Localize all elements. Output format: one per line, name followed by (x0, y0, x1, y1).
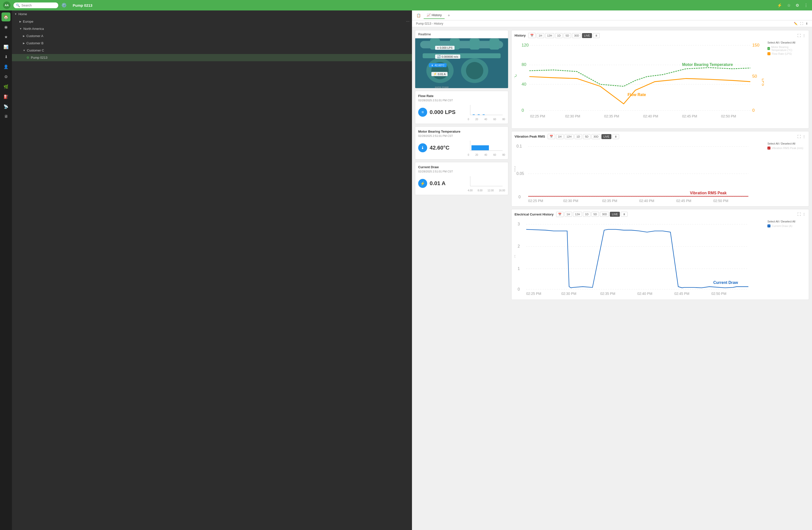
vibration-expand-icon[interactable]: ⛶ (797, 135, 801, 138)
history-tab-icon: 📈 (427, 13, 431, 17)
nav-analytics-icon[interactable]: 📊 (1, 42, 11, 51)
vibration-calendar-btn[interactable]: 📅 (548, 134, 555, 139)
vibration-1d-btn[interactable]: 1D (575, 134, 582, 139)
more-icon[interactable]: ⋮ (803, 2, 809, 9)
pump-icon: ⚙️ (61, 2, 67, 8)
nav-gear-icon[interactable]: ⚙ (1, 72, 11, 81)
history-select-all[interactable]: Select All / Deselect All (767, 41, 804, 44)
search-input[interactable] (21, 3, 56, 7)
vibration-chart-title: Vibration Peak RMS (514, 135, 545, 138)
electrical-1h-btn[interactable]: 1H (565, 212, 572, 217)
edit-icon[interactable]: ✏️ (794, 22, 798, 25)
lps-icon: ≡ (437, 46, 439, 49)
history-chart-actions: ⛶ ⋮ (797, 33, 806, 38)
vibration-chart-body: 0.1 0.05 0 m/s (514, 141, 806, 204)
history-1h-btn[interactable]: 1H (537, 33, 544, 38)
motor-temp-title: Motor Bearing Temperature (418, 130, 505, 133)
right-panel: History 📅 1H 12H 1D 5D 30D LIVE ⏸ (511, 30, 809, 527)
vibration-svg: 0.1 0.05 0 m/s (514, 141, 764, 203)
sidebar-item-customer-c[interactable]: ▼ Customer C (12, 47, 412, 54)
nav-download-icon[interactable]: ⬇ (1, 52, 11, 61)
electrical-5d-btn[interactable]: 5D (592, 212, 599, 217)
europe-more-icon[interactable]: ⋯ (406, 19, 409, 24)
star-icon[interactable]: ☆ (786, 2, 792, 9)
search-box[interactable]: 🔍 (13, 2, 58, 8)
history-1d-btn[interactable]: 1D (555, 33, 563, 38)
nav-signal-icon[interactable]: 📡 (1, 102, 11, 111)
history-live-btn[interactable]: LIVE (582, 33, 592, 38)
electrical-calendar-btn[interactable]: 📅 (556, 212, 564, 217)
nav-monitor-icon[interactable]: 🖥 (1, 112, 11, 121)
vibration-more-icon[interactable]: ⋮ (802, 135, 806, 138)
history-expand-icon[interactable]: ⛶ (797, 33, 801, 38)
history-12h-btn[interactable]: 12H (545, 33, 554, 38)
electrical-30d-btn[interactable]: 30D (600, 212, 609, 217)
electrical-12h-btn[interactable]: 12H (573, 212, 582, 217)
vibration-1h-btn[interactable]: 1H (556, 134, 564, 139)
motor-temp-chart: 020406080 (468, 139, 505, 156)
badge-amp: ⚡ 0.01 A (431, 72, 448, 76)
sidebar-item-north-america[interactable]: ▼ North America (12, 25, 412, 32)
svg-text:02:45 PM: 02:45 PM (676, 199, 691, 203)
nav-pump-icon[interactable]: ⛽ (1, 92, 11, 101)
sidebar-item-europe[interactable]: ▶ Europe ⋯ (12, 18, 412, 25)
vibration-5d-btn[interactable]: 5D (583, 134, 591, 139)
flow-rate-icon: ≡ (418, 108, 427, 117)
vibration-select-all[interactable]: Select All / Deselect All (767, 142, 804, 145)
svg-rect-16 (483, 115, 485, 115)
svg-text:3: 3 (518, 222, 520, 226)
svg-text:Vibration RMS Peak: Vibration RMS Peak (690, 191, 727, 195)
amp-value: 0.01 A (438, 73, 446, 76)
svg-rect-15 (478, 115, 480, 115)
nav-star-icon[interactable]: ★ (1, 32, 11, 41)
download-icon[interactable]: ⬇ (806, 22, 808, 25)
electrical-1d-btn[interactable]: 1D (583, 212, 591, 217)
history-30d-btn[interactable]: 30D (572, 33, 581, 38)
flow-rate-timestamp: 02/28/2025 2:51:01 PM CST (418, 99, 505, 102)
tab-history[interactable]: 📈 History (424, 12, 445, 19)
electrical-expand-icon[interactable]: ⛶ (797, 212, 801, 216)
current-draw-title: Current Draw (418, 165, 505, 169)
history-5d-btn[interactable]: 5D (564, 33, 571, 38)
vibration-legend-check: ✓ (767, 147, 770, 149)
sidebar-item-customer-a[interactable]: ▶ Customer A (12, 32, 412, 40)
vibration-pause-btn[interactable]: ⏸ (612, 134, 619, 139)
svg-text:02:50 PM: 02:50 PM (713, 199, 728, 203)
sidebar-item-customer-b[interactable]: ▶ Customer B (12, 40, 412, 47)
electrical-time-controls: 📅 1H 12H 1D 5D 30D LIVE ⏸ (556, 212, 627, 217)
vibration-live-btn[interactable]: LIVE (601, 134, 611, 139)
sidebar-europe-label: Europe (23, 20, 33, 24)
nav-home-icon[interactable]: 🏠 (1, 12, 11, 21)
svg-text:2: 2 (518, 244, 520, 248)
electrical-legend-label: Current Draw (A) (772, 224, 792, 227)
current-draw-value: 0.01 A (430, 180, 465, 187)
sidebar-item-home[interactable]: ▼ Home (12, 11, 412, 18)
filter-icon[interactable]: ⚡ (776, 2, 783, 9)
flow-chart-labels: 020406080 (468, 118, 505, 121)
svg-text:120: 120 (522, 43, 529, 47)
vibration-12h-btn[interactable]: 12H (565, 134, 574, 139)
tab-add-button[interactable]: + (446, 12, 452, 19)
electrical-pause-btn[interactable]: ⏸ (621, 212, 627, 217)
history-pause-btn[interactable]: ⏸ (593, 33, 600, 38)
svg-text:02:50 PM: 02:50 PM (711, 292, 726, 296)
electrical-more-icon[interactable]: ⋮ (802, 212, 806, 216)
tab-home-icon[interactable]: 📋 (415, 12, 423, 18)
electrical-live-btn[interactable]: LIVE (610, 212, 620, 217)
nav-dashboard-icon[interactable]: ◉ (1, 23, 11, 31)
temp-icon: 🌡 (431, 64, 434, 67)
nav-user-icon[interactable]: 👤 (1, 62, 11, 71)
history-more-icon[interactable]: ⋮ (802, 33, 806, 38)
history-calendar-btn[interactable]: 📅 (528, 33, 536, 38)
current-draw-timestamp: 02/28/2025 2:51:01 PM CST (418, 170, 505, 173)
svg-text:02:30 PM: 02:30 PM (565, 114, 580, 118)
electrical-chart-area: 3 2 1 0 A (514, 219, 764, 297)
settings-icon[interactable]: ⚙ (795, 2, 800, 9)
sidebar-item-pump0213[interactable]: ⚙ Pump 0213 (12, 54, 412, 61)
nav-tree-icon[interactable]: 🌿 (1, 82, 11, 91)
electrical-select-all[interactable]: Select All / Deselect All (767, 220, 804, 223)
fullscreen-icon[interactable]: ⛶ (800, 22, 803, 25)
arrow-down-icon3: ▼ (23, 49, 25, 52)
svg-text:02:25 PM: 02:25 PM (526, 292, 541, 296)
vibration-30d-btn[interactable]: 30D (592, 134, 600, 139)
